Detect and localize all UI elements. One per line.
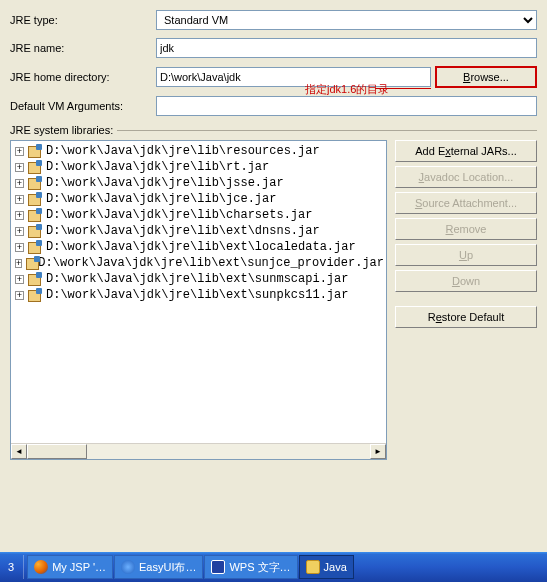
tree-item[interactable]: +D:\work\Java\jdk\jre\lib\rt.jar (13, 159, 384, 175)
jar-icon (27, 288, 43, 302)
expand-icon[interactable]: + (15, 195, 24, 204)
default-args-label: Default VM Arguments: (10, 100, 150, 112)
taskbar-item-label: EasyUI布… (139, 560, 196, 575)
jar-icon (25, 256, 35, 270)
jre-home-input[interactable] (156, 67, 431, 87)
tree-item[interactable]: +D:\work\Java\jdk\jre\lib\ext\sunmscapi.… (13, 271, 384, 287)
jar-icon (27, 176, 43, 190)
jar-icon (27, 208, 43, 222)
tree-item-label: D:\work\Java\jdk\jre\lib\resources.jar (46, 144, 320, 158)
tree-item-label: D:\work\Java\jdk\jre\lib\ext\sunjce_prov… (38, 256, 384, 270)
taskbar-item[interactable]: Java (299, 555, 354, 579)
jre-name-input[interactable] (156, 38, 537, 58)
jre-home-label: JRE home directory: (10, 71, 150, 83)
source-attachment-button[interactable]: Source Attachment... (395, 192, 537, 214)
expand-icon[interactable]: + (15, 291, 24, 300)
tree-item[interactable]: +D:\work\Java\jdk\jre\lib\resources.jar (13, 143, 384, 159)
jar-icon (27, 160, 43, 174)
jre-type-label: JRE type: (10, 14, 150, 26)
scroll-thumb[interactable] (27, 444, 87, 459)
expand-icon[interactable]: + (15, 259, 22, 268)
expand-icon[interactable]: + (15, 211, 24, 220)
tree-item-label: D:\work\Java\jdk\jre\lib\ext\sunpkcs11.j… (46, 288, 348, 302)
ie-icon (121, 560, 135, 574)
tree-item-label: D:\work\Java\jdk\jre\lib\jsse.jar (46, 176, 284, 190)
wps-icon (211, 560, 225, 574)
tree-item-label: D:\work\Java\jdk\jre\lib\charsets.jar (46, 208, 312, 222)
down-button[interactable]: Down (395, 270, 537, 292)
tree-item[interactable]: +D:\work\Java\jdk\jre\lib\charsets.jar (13, 207, 384, 223)
taskbar-number: 3 (2, 561, 20, 573)
javadoc-location-button[interactable]: Javadoc Location... (395, 166, 537, 188)
jar-icon (27, 240, 43, 254)
expand-icon[interactable]: + (15, 147, 24, 156)
jar-icon (27, 272, 43, 286)
jre-name-label: JRE name: (10, 42, 150, 54)
remove-button[interactable]: Remove (395, 218, 537, 240)
jar-icon (27, 144, 43, 158)
tree-item[interactable]: +D:\work\Java\jdk\jre\lib\jce.jar (13, 191, 384, 207)
jar-icon (27, 224, 43, 238)
ff-icon (34, 560, 48, 574)
jar-icon (27, 192, 43, 206)
tree-item-label: D:\work\Java\jdk\jre\lib\ext\dnsns.jar (46, 224, 320, 238)
folder-icon (306, 560, 320, 574)
taskbar: 3 My JSP '…EasyUI布…WPS 文字…Java (0, 552, 547, 582)
taskbar-item-label: My JSP '… (52, 561, 106, 573)
up-button[interactable]: Up (395, 244, 537, 266)
sys-libs-label: JRE system libraries: (10, 124, 537, 136)
browse-button[interactable]: Browse... (435, 66, 537, 88)
tree-item[interactable]: +D:\work\Java\jdk\jre\lib\jsse.jar (13, 175, 384, 191)
restore-default-button[interactable]: Restore Default (395, 306, 537, 328)
scroll-right-button[interactable]: ► (370, 444, 386, 459)
scroll-track[interactable] (27, 444, 370, 459)
taskbar-item[interactable]: My JSP '… (27, 555, 113, 579)
tree-item[interactable]: +D:\work\Java\jdk\jre\lib\ext\sunpkcs11.… (13, 287, 384, 303)
horizontal-scrollbar[interactable]: ◄ ► (11, 443, 386, 459)
tree-item-label: D:\work\Java\jdk\jre\lib\ext\sunmscapi.j… (46, 272, 348, 286)
expand-icon[interactable]: + (15, 163, 24, 172)
taskbar-item[interactable]: EasyUI布… (114, 555, 203, 579)
scroll-left-button[interactable]: ◄ (11, 444, 27, 459)
tree-item[interactable]: +D:\work\Java\jdk\jre\lib\ext\sunjce_pro… (13, 255, 384, 271)
taskbar-item-label: Java (324, 561, 347, 573)
taskbar-item[interactable]: WPS 文字… (204, 555, 297, 579)
annotation-arrow (375, 88, 431, 89)
expand-icon[interactable]: + (15, 275, 24, 284)
jre-type-select[interactable]: Standard VM (156, 10, 537, 30)
tree-item[interactable]: +D:\work\Java\jdk\jre\lib\ext\localedata… (13, 239, 384, 255)
add-external-jars-button[interactable]: Add External JARs... (395, 140, 537, 162)
expand-icon[interactable]: + (15, 179, 24, 188)
library-tree[interactable]: +D:\work\Java\jdk\jre\lib\resources.jar+… (10, 140, 387, 460)
taskbar-separator (23, 555, 24, 579)
taskbar-item-label: WPS 文字… (229, 560, 290, 575)
expand-icon[interactable]: + (15, 243, 24, 252)
expand-icon[interactable]: + (15, 227, 24, 236)
default-args-input[interactable] (156, 96, 537, 116)
tree-item-label: D:\work\Java\jdk\jre\lib\jce.jar (46, 192, 276, 206)
tree-item-label: D:\work\Java\jdk\jre\lib\rt.jar (46, 160, 269, 174)
tree-item[interactable]: +D:\work\Java\jdk\jre\lib\ext\dnsns.jar (13, 223, 384, 239)
tree-item-label: D:\work\Java\jdk\jre\lib\ext\localedata.… (46, 240, 356, 254)
